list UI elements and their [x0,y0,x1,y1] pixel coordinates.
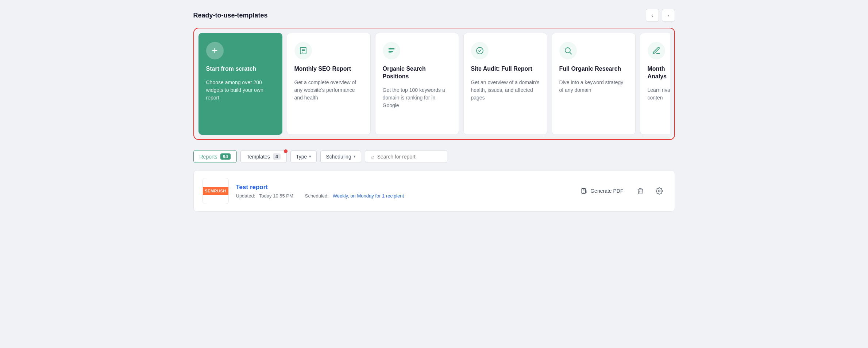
tab-reports-label: Reports [200,154,217,160]
organic-search-description: Get the top 100 keywords a domain is ran… [383,86,451,109]
template-card-monthly-seo[interactable]: Monthly SEO Report Get a complete overvi… [287,33,371,135]
scheduling-chevron-icon: ▾ [354,154,356,159]
nav-arrows: ‹ › [646,9,675,22]
semrush-logo-text: SEMRUSH [205,189,226,193]
delete-button[interactable] [634,184,647,198]
type-chevron-icon: ▾ [309,154,311,159]
full-organic-icon [559,42,577,59]
svg-point-9 [565,48,570,53]
delete-icon [637,187,644,195]
tab-reports-count: 94 [220,153,231,160]
page-wrapper: Ready-to-use-templates ‹ › + Start from … [193,9,675,212]
semrush-logo-container: SEMRUSH [202,187,229,195]
report-scheduled: Scheduled: Weekly, on Monday for 1 recip… [305,193,404,199]
monthly-analysis-icon [648,42,665,59]
filter-row: Reports 94 Templates 4 Type ▾ Scheduling… [193,150,675,163]
site-audit-title: Site Audit: Full Report [471,65,540,73]
generate-pdf-label: Generate PDF [590,188,623,194]
monthly-seo-icon [294,42,312,59]
template-card-full-organic[interactable]: Full Organic Research Dive into a keywor… [552,33,636,135]
organic-search-title: Organic Search Positions [383,65,451,81]
section-header: Ready-to-use-templates ‹ › [193,9,675,22]
generate-pdf-button[interactable]: Generate PDF [576,185,628,197]
site-audit-icon [471,42,489,59]
pdf-icon [581,188,587,194]
templates-notification-dot [284,149,288,153]
report-actions: Generate PDF [576,184,666,198]
report-name: Test report [236,184,570,191]
tab-templates[interactable]: Templates 4 [240,150,287,163]
tab-templates-count: 4 [273,153,281,160]
monthly-analysis-description: Learn rivals: t conten [648,86,670,102]
settings-icon [656,187,663,195]
scheduled-value[interactable]: Weekly, on Monday for 1 recipient [333,193,404,199]
monthly-seo-description: Get a complete overview of any website's… [294,79,363,102]
search-box[interactable]: ⌕ [365,150,447,163]
full-organic-description: Dive into a keyword strategy of any doma… [559,79,628,94]
templates-carousel-wrapper: + Start from scratch Choose among over 2… [193,28,675,140]
templates-carousel: + Start from scratch Choose among over 2… [198,33,670,135]
section-title: Ready-to-use-templates [193,12,268,19]
prev-arrow-icon: ‹ [651,12,653,18]
report-info: Test report Updated: Today 10:55 PM Sche… [236,184,570,199]
monthly-analysis-title: Month Analys [648,65,670,81]
site-audit-description: Get an overview of a domain's health, is… [471,79,540,102]
scheduled-label: Scheduled: [305,193,329,199]
template-card-site-audit[interactable]: Site Audit: Full Report Get an overview … [463,33,547,135]
search-input[interactable] [377,154,441,160]
svg-line-10 [570,52,572,55]
monthly-seo-title: Monthly SEO Report [294,65,363,73]
search-icon: ⌕ [371,153,374,160]
next-arrow-button[interactable]: › [662,9,675,22]
report-updated: Updated: Today 10:55 PM [236,193,293,199]
tab-reports[interactable]: Reports 94 [193,150,237,163]
type-filter-label: Type [296,154,307,160]
report-logo: SEMRUSH [202,178,229,204]
scheduling-filter-dropdown[interactable]: Scheduling ▾ [320,150,361,163]
template-card-start-scratch[interactable]: + Start from scratch Choose among over 2… [198,33,282,135]
prev-arrow-button[interactable]: ‹ [646,9,659,22]
svg-point-13 [658,190,660,192]
type-filter-dropdown[interactable]: Type ▾ [290,150,317,163]
start-scratch-icon: + [206,42,224,59]
template-card-organic-search[interactable]: Organic Search Positions Get the top 100… [375,33,459,135]
organic-search-icon [383,42,400,59]
next-arrow-icon: › [667,12,669,18]
start-scratch-description: Choose among over 200 widgets to build y… [206,79,275,102]
template-card-monthly-analysis[interactable]: Month Analys Learn rivals: t conten [640,33,670,135]
full-organic-title: Full Organic Research [559,65,628,73]
start-scratch-title: Start from scratch [206,65,275,73]
updated-value: Today 10:55 PM [259,193,293,199]
updated-label: Updated: [236,193,255,199]
report-meta: Updated: Today 10:55 PM Scheduled: Weekl… [236,193,570,199]
scheduling-filter-label: Scheduling [326,154,351,160]
report-list-item: SEMRUSH Test report Updated: Today 10:55… [193,170,675,212]
settings-button[interactable] [653,184,666,198]
tab-templates-label: Templates [247,154,270,160]
